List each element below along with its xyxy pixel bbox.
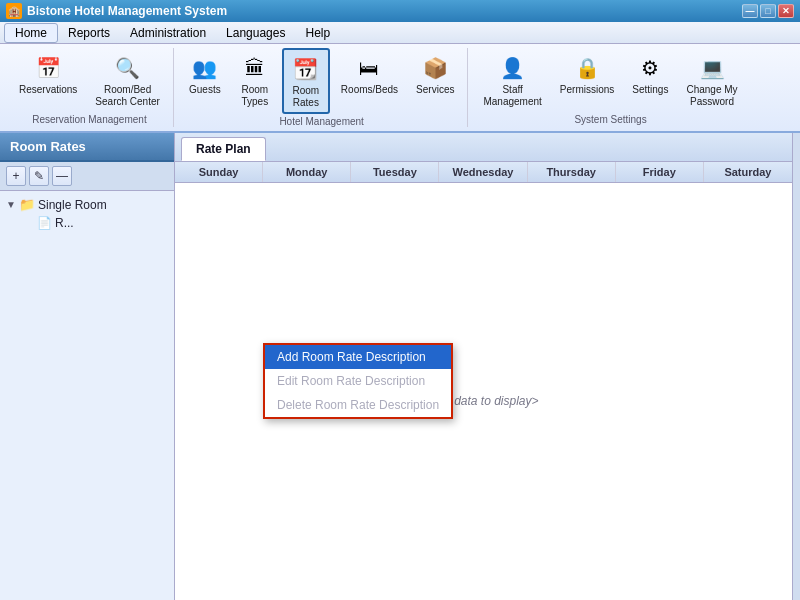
menu-bar: Home Reports Administration Languages He… [0,22,800,44]
edit-btn[interactable]: ✎ [29,166,49,186]
close-btn[interactable]: ✕ [778,4,794,18]
toolbar-group-hotel: 👥 Guests 🏛 RoomTypes 📆 RoomRates 🛏 Rooms… [176,48,469,127]
menu-languages[interactable]: Languages [216,24,295,42]
file-icon: 📄 [37,216,52,230]
menu-reports[interactable]: Reports [58,24,120,42]
staff-label: StaffManagement [483,84,541,108]
permissions-icon: 🔒 [571,52,603,84]
app-icon: 🏨 [6,3,22,19]
reservations-icon: 📅 [32,52,64,84]
tree-child-label: R... [55,216,74,230]
tree-root-node[interactable]: ▼ 📁 Single Room [4,195,170,214]
cal-header-monday: Monday [263,162,351,182]
change-password-icon: 💻 [696,52,728,84]
settings-label: Settings [632,84,668,96]
services-label: Services [416,84,454,96]
tree-child-node[interactable]: 📄 R... [22,214,170,232]
toolbar-btn-room-types[interactable]: 🏛 RoomTypes [232,48,278,114]
rooms-beds-icon: 🛏 [353,52,385,84]
ctx-add-description[interactable]: Add Room Rate Description [265,345,451,369]
permissions-label: Permissions [560,84,614,96]
toolbar-btn-services[interactable]: 📦 Services [409,48,461,114]
hotel-group-label: Hotel Management [279,116,364,127]
toolbar-btn-permissions[interactable]: 🔒 Permissions [553,48,621,112]
toolbar-btn-rooms-beds[interactable]: 🛏 Rooms/Beds [334,48,405,114]
scrollbar[interactable] [792,133,800,600]
room-types-icon: 🏛 [239,52,271,84]
menu-home[interactable]: Home [4,23,58,43]
services-icon: 📦 [419,52,451,84]
staff-icon: 👤 [497,52,529,84]
toolbar-btn-room-rates[interactable]: 📆 RoomRates [282,48,330,114]
reservation-group-label: Reservation Management [32,114,147,125]
cal-header-tuesday: Tuesday [351,162,439,182]
calendar-header: Sunday Monday Tuesday Wednesday Thursday… [175,162,792,183]
room-rates-icon: 📆 [290,53,322,85]
toolbar-btn-guests[interactable]: 👥 Guests [182,48,228,114]
maximize-btn[interactable]: □ [760,4,776,18]
cal-header-friday: Friday [616,162,704,182]
rooms-beds-label: Rooms/Beds [341,84,398,96]
toolbar: 📅 Reservations 🔍 Room/BedSearch Center R… [0,44,800,133]
tree-root-label: Single Room [38,198,107,212]
left-panel-title: Room Rates [0,133,174,162]
room-bed-search-icon: 🔍 [112,52,144,84]
add-btn[interactable]: + [6,166,26,186]
room-rates-label: RoomRates [293,85,320,109]
minimize-btn[interactable]: — [742,4,758,18]
tree-expand-icon: ▼ [6,199,16,210]
reservations-label: Reservations [19,84,77,96]
change-password-label: Change MyPassword [686,84,737,108]
toolbar-group-reservation: 📅 Reservations 🔍 Room/BedSearch Center R… [6,48,174,127]
toolbar-btn-settings[interactable]: ⚙ Settings [625,48,675,112]
tree-child-container: 📄 R... [22,214,170,232]
ctx-delete-description[interactable]: Delete Room Rate Description [265,393,451,417]
system-group-label: System Settings [574,114,646,125]
guests-label: Guests [189,84,221,96]
toolbar-btn-change-password[interactable]: 💻 Change MyPassword [679,48,744,112]
app-title: Bistone Hotel Management System [27,4,227,18]
tree-area: ▼ 📁 Single Room 📄 R... [0,191,174,600]
delete-btn[interactable]: — [52,166,72,186]
toolbar-btn-staff[interactable]: 👤 StaffManagement [476,48,548,112]
room-types-label: RoomTypes [242,84,269,108]
toolbar-btn-reservations[interactable]: 📅 Reservations [12,48,84,112]
toolbar-group-system: 👤 StaffManagement 🔒 Permissions ⚙ Settin… [470,48,750,127]
right-panel: Rate Plan Sunday Monday Tuesday Wednesda… [175,133,792,600]
left-panel: Room Rates + ✎ — ▼ 📁 Single Room 📄 R... [0,133,175,600]
title-bar: 🏨 Bistone Hotel Management System — □ ✕ [0,0,800,22]
settings-icon: ⚙ [634,52,666,84]
folder-icon: 📁 [19,197,35,212]
ctx-edit-description[interactable]: Edit Room Rate Description [265,369,451,393]
cal-header-wednesday: Wednesday [439,162,527,182]
tab-bar: Rate Plan [175,133,792,162]
cal-header-thursday: Thursday [528,162,616,182]
left-panel-toolbar: + ✎ — [0,162,174,191]
guests-icon: 👥 [189,52,221,84]
context-menu: Add Room Rate Description Edit Room Rate… [263,343,453,419]
menu-help[interactable]: Help [295,24,340,42]
tab-rate-plan[interactable]: Rate Plan [181,137,266,161]
cal-header-saturday: Saturday [704,162,792,182]
main-content: Room Rates + ✎ — ▼ 📁 Single Room 📄 R... [0,133,800,600]
toolbar-btn-room-bed-search[interactable]: 🔍 Room/BedSearch Center [88,48,166,112]
cal-header-sunday: Sunday [175,162,263,182]
room-bed-search-label: Room/BedSearch Center [95,84,159,108]
menu-administration[interactable]: Administration [120,24,216,42]
